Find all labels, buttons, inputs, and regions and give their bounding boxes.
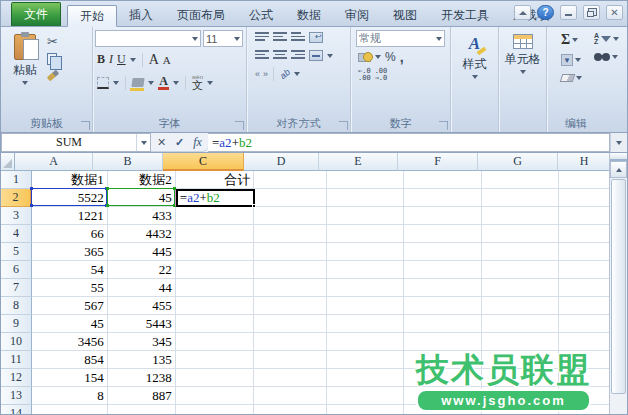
font-size-select[interactable]: 11 [203, 30, 243, 47]
cell-A11[interactable]: 854 [32, 351, 108, 369]
column-header-F[interactable]: F [398, 153, 478, 171]
paste-dropdown-icon[interactable] [22, 81, 28, 85]
fill-button[interactable]: ▼ [559, 53, 584, 67]
column-header-C[interactable]: C [163, 153, 244, 171]
top-align-icon[interactable] [255, 32, 269, 43]
grow-font-button[interactable]: A [149, 52, 159, 68]
wrap-text-icon[interactable] [309, 32, 323, 43]
tab-视图[interactable]: 视图 [381, 4, 429, 26]
cell-H6[interactable] [559, 261, 611, 279]
cell-C12[interactable] [176, 369, 255, 387]
cell-E4[interactable] [327, 225, 404, 243]
tab-file[interactable]: 文件 [11, 2, 61, 26]
cell-G8[interactable] [482, 297, 560, 315]
borders-icon[interactable] [97, 77, 109, 89]
cell-A10[interactable]: 3456 [32, 333, 108, 351]
formula-bar-expand-button[interactable] [610, 133, 627, 152]
cell-A3[interactable]: 1221 [32, 207, 108, 225]
cell-A14[interactable] [32, 405, 108, 415]
cell-B3[interactable]: 433 [108, 207, 176, 225]
row-header-11[interactable]: 11 [1, 351, 32, 369]
cell-F3[interactable] [404, 207, 482, 225]
cell-D11[interactable] [254, 351, 327, 369]
cell-H8[interactable] [559, 297, 611, 315]
cell-D10[interactable] [254, 333, 327, 351]
cell-C11[interactable] [176, 351, 255, 369]
align-right-icon[interactable] [291, 50, 305, 61]
row-header-8[interactable]: 8 [1, 297, 32, 315]
sort-filter-button[interactable]: AZ [592, 32, 621, 46]
tab-开始[interactable]: 开始 [67, 5, 117, 27]
cancel-icon[interactable]: ✕ [153, 136, 170, 149]
column-header-G[interactable]: G [478, 153, 558, 171]
cell-G1[interactable] [482, 171, 560, 189]
ribbon-collapse-icon[interactable] [514, 5, 531, 20]
autosum-button[interactable]: Σ [559, 32, 584, 47]
row-header-13[interactable]: 13 [1, 387, 32, 405]
cell-B10[interactable]: 345 [108, 333, 176, 351]
column-header-H[interactable]: H [558, 153, 611, 171]
tab-公式[interactable]: 公式 [237, 4, 285, 26]
cell-B4[interactable]: 4432 [108, 225, 176, 243]
cell-D6[interactable] [254, 261, 327, 279]
row-header-6[interactable]: 6 [1, 261, 32, 279]
cell-A12[interactable]: 154 [32, 369, 108, 387]
cell-F1[interactable] [404, 171, 482, 189]
cell-F7[interactable] [404, 279, 482, 297]
cell-C8[interactable] [176, 297, 255, 315]
cell-D1[interactable] [254, 171, 327, 189]
scrollbar-thumb[interactable] [611, 179, 626, 394]
cell-A9[interactable]: 45 [32, 315, 108, 333]
bottom-align-icon[interactable] [291, 32, 305, 43]
cell-A8[interactable]: 567 [32, 297, 108, 315]
font-name-select[interactable] [95, 30, 201, 47]
enter-icon[interactable]: ✓ [171, 136, 188, 149]
find-select-button[interactable] [592, 52, 621, 62]
cell-E10[interactable] [327, 333, 404, 351]
cell-F5[interactable] [404, 243, 482, 261]
accounting-format-icon[interactable] [358, 53, 371, 62]
vertical-scrollbar[interactable] [609, 153, 627, 415]
cell-A7[interactable]: 55 [32, 279, 108, 297]
cell-C4[interactable] [176, 225, 255, 243]
cell-E11[interactable] [327, 351, 404, 369]
cell-H10[interactable] [559, 333, 611, 351]
cell-C13[interactable] [176, 387, 255, 405]
number-format-select[interactable]: 常规 [356, 30, 445, 47]
cell-B8[interactable]: 455 [108, 297, 176, 315]
cell-C10[interactable] [176, 333, 255, 351]
cell-B6[interactable]: 22 [108, 261, 176, 279]
borders-dropdown-icon[interactable] [113, 81, 119, 85]
scroll-up-button[interactable] [610, 161, 627, 178]
font-dialog-launcher-icon[interactable] [235, 121, 244, 130]
cell-styles-button[interactable]: A 样式 [453, 30, 496, 132]
cell-C1[interactable]: 合计 [176, 171, 255, 189]
cell-D3[interactable] [254, 207, 327, 225]
cell-A2[interactable]: 5522 [32, 189, 108, 207]
formula-input[interactable]: =a2+b2 [208, 133, 610, 152]
row-header-10[interactable]: 10 [1, 333, 32, 351]
cell-E6[interactable] [327, 261, 404, 279]
tab-页面布局[interactable]: 页面布局 [165, 4, 237, 26]
name-box-dropdown-icon[interactable] [136, 134, 150, 151]
cell-E9[interactable] [327, 315, 404, 333]
clear-button[interactable] [559, 73, 584, 83]
tab-审阅[interactable]: 审阅 [333, 4, 381, 26]
cell-H4[interactable] [559, 225, 611, 243]
column-header-D[interactable]: D [244, 153, 319, 171]
cell-B5[interactable]: 445 [108, 243, 176, 261]
cell-B12[interactable]: 1238 [108, 369, 176, 387]
cell-H1[interactable] [559, 171, 611, 189]
font-color-button[interactable]: A [158, 76, 169, 90]
cell-A6[interactable]: 54 [32, 261, 108, 279]
format-painter-icon[interactable] [47, 70, 59, 82]
cell-F6[interactable] [404, 261, 482, 279]
cell-E1[interactable] [327, 171, 404, 189]
cell-C6[interactable] [176, 261, 255, 279]
phonetic-dropdown-icon[interactable] [207, 81, 213, 85]
italic-button[interactable]: I [109, 52, 113, 67]
tab-数据[interactable]: 数据 [285, 4, 333, 26]
clipboard-dialog-launcher-icon[interactable] [81, 121, 90, 130]
cell-C3[interactable] [176, 207, 255, 225]
cell-H5[interactable] [559, 243, 611, 261]
